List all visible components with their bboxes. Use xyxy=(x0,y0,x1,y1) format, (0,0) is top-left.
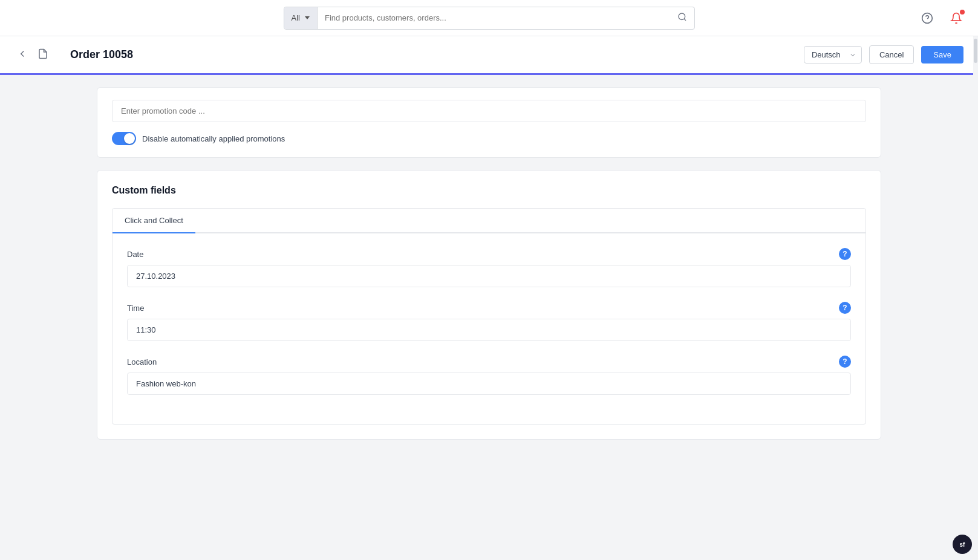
date-help-icon[interactable]: ? xyxy=(839,248,851,260)
date-label-row: Date ? xyxy=(127,248,851,260)
scrollbar-track xyxy=(973,36,978,560)
tabs-container: Click and Collect Date ? Time ? xyxy=(112,208,866,425)
auto-promo-toggle[interactable] xyxy=(112,132,136,145)
header-nav xyxy=(15,46,51,64)
search-bar: All xyxy=(284,7,695,30)
location-help-icon[interactable]: ? xyxy=(839,356,851,368)
time-label: Time xyxy=(127,304,144,313)
topbar-right xyxy=(918,8,966,28)
chevron-down-icon xyxy=(305,16,310,19)
notification-button[interactable] xyxy=(947,8,966,28)
search-submit-button[interactable] xyxy=(670,12,694,24)
time-input[interactable] xyxy=(127,319,851,341)
header-bar: Order 10058 Deutsch English Français Can… xyxy=(0,36,978,75)
help-icon-button[interactable] xyxy=(918,8,937,28)
time-label-row: Time ? xyxy=(127,302,851,314)
promo-card: Disable automatically applied promotions xyxy=(97,87,881,158)
save-button[interactable]: Save xyxy=(921,46,963,63)
scrollbar-thumb[interactable] xyxy=(974,39,977,63)
date-field-group: Date ? xyxy=(127,248,851,287)
tabs-header: Click and Collect xyxy=(112,209,866,233)
page-icon-button[interactable] xyxy=(35,46,51,64)
main-content: Disable automatically applied promotions… xyxy=(0,75,978,464)
svg-point-0 xyxy=(679,13,685,20)
tab-click-and-collect[interactable]: Click and Collect xyxy=(112,209,195,233)
back-button[interactable] xyxy=(15,46,30,64)
search-icon xyxy=(677,12,687,22)
location-input[interactable] xyxy=(127,373,851,395)
toggle-label: Disable automatically applied promotions xyxy=(142,134,285,143)
document-icon xyxy=(37,48,48,59)
custom-fields-card: Custom fields Click and Collect Date ? xyxy=(97,170,881,440)
location-field-group: Location ? xyxy=(127,356,851,395)
toggle-knob xyxy=(124,133,135,144)
time-help-icon[interactable]: ? xyxy=(839,302,851,314)
location-label: Location xyxy=(127,357,157,366)
location-label-row: Location ? xyxy=(127,356,851,368)
cancel-button[interactable]: Cancel xyxy=(869,45,914,64)
header-actions: Deutsch English Français Cancel Save xyxy=(804,45,963,64)
page-title: Order 10058 xyxy=(70,48,794,61)
back-arrow-icon xyxy=(17,48,28,59)
time-field-group: Time ? xyxy=(127,302,851,341)
custom-fields-title: Custom fields xyxy=(112,185,866,196)
topbar: All xyxy=(0,0,978,36)
language-select[interactable]: Deutsch English Français xyxy=(804,46,862,63)
help-circle-icon xyxy=(921,12,933,24)
date-input[interactable] xyxy=(127,265,851,287)
promo-code-input[interactable] xyxy=(112,100,866,122)
search-input[interactable] xyxy=(318,7,670,29)
search-all-button[interactable]: All xyxy=(284,7,318,29)
tab-content: Date ? Time ? Location xyxy=(112,233,866,424)
search-all-label: All xyxy=(292,13,300,22)
date-label: Date xyxy=(127,250,143,259)
sf-badge: sf xyxy=(953,535,972,554)
notification-badge xyxy=(960,10,965,15)
toggle-row: Disable automatically applied promotions xyxy=(112,132,866,145)
